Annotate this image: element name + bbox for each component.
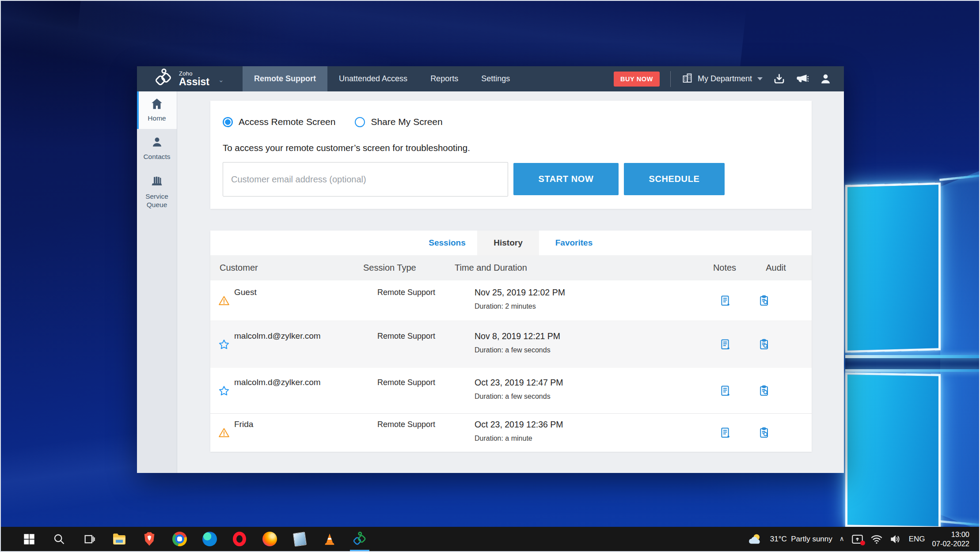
sidebar-item-contacts[interactable]: Contacts [137, 134, 177, 163]
volume-icon[interactable] [890, 534, 902, 544]
language-indicator[interactable]: ENG [909, 535, 925, 544]
firefox-browser-icon[interactable] [254, 527, 285, 551]
tab-history[interactable]: History [477, 231, 539, 255]
tab-sessions[interactable]: Sessions [414, 231, 481, 255]
table-row[interactable]: malcolm.d@zylker.com Remote Support Oct … [210, 368, 812, 414]
task-view-icon[interactable] [74, 527, 104, 551]
sidebar-item-label: Contacts [143, 153, 170, 161]
wallpaper-light-ray [845, 369, 980, 372]
opera-browser-icon[interactable] [224, 527, 254, 551]
desktop: Zoho Assist ⌄ Remote Support Unattended … [0, 0, 980, 552]
start-button[interactable] [14, 527, 44, 551]
customer-name: malcolm.d@zylker.com [234, 376, 321, 389]
radio-label[interactable]: Access Remote Screen [239, 117, 335, 127]
notepad-icon[interactable] [285, 527, 315, 551]
audit-icon[interactable] [758, 295, 771, 307]
session-type: Remote Support [377, 376, 435, 389]
weather-temperature[interactable]: 31°C Partly sunny [770, 535, 832, 544]
session-time: Oct 23, 2019 12:36 PM [475, 418, 563, 431]
table-row[interactable]: malcolm.d@zylker.com Remote Support Nov … [210, 321, 812, 368]
wallpaper-light-ray [845, 355, 980, 358]
zoho-assist-taskbar-icon[interactable] [345, 527, 375, 551]
nav-tab-reports[interactable]: Reports [419, 66, 470, 91]
notes-icon[interactable] [719, 427, 731, 439]
notes-icon[interactable] [719, 338, 731, 351]
main-nav: Remote Support Unattended Access Reports… [243, 66, 521, 91]
buy-now-button[interactable]: BUY NOW [614, 72, 660, 87]
brand-chevron-down-icon[interactable]: ⌄ [218, 76, 224, 84]
session-time: Oct 23, 2019 12:47 PM [475, 376, 563, 389]
nav-tab-settings[interactable]: Settings [470, 66, 521, 91]
department-caret-icon [757, 77, 763, 80]
table-header: Customer Session Type Time and Duration … [210, 255, 812, 280]
search-icon[interactable] [44, 527, 74, 551]
audit-icon[interactable] [758, 427, 771, 439]
tab-favorites[interactable]: Favorites [541, 231, 607, 255]
schedule-button[interactable]: SCHEDULE [624, 163, 725, 195]
column-header-session-type: Session Type [363, 255, 416, 280]
session-type: Remote Support [377, 286, 435, 299]
customer-name: malcolm.d@zylker.com [234, 330, 321, 342]
edge-browser-icon[interactable] [194, 527, 224, 551]
favorite-star-icon [218, 339, 230, 350]
radio-label[interactable]: Share My Screen [371, 117, 442, 127]
nav-tab-unattended-access[interactable]: Unattended Access [327, 66, 419, 91]
clock-time: 13:00 [932, 530, 969, 539]
column-header-audit: Audit [758, 255, 794, 280]
file-explorer-icon[interactable] [104, 527, 134, 551]
radio-share-my-screen[interactable] [355, 117, 365, 127]
service-queue-icon [150, 175, 163, 189]
sessions-tabs: Sessions History Favorites [210, 231, 812, 255]
vlc-player-icon[interactable] [315, 527, 345, 551]
notes-icon[interactable] [719, 385, 731, 397]
notification-dot [860, 541, 865, 545]
session-duration: Duration: a minute [475, 433, 532, 444]
sessions-panel: Sessions History Favorites Customer Sess… [210, 231, 812, 452]
table-row[interactable]: Guest Remote Support Nov 25, 2019 12:02 … [210, 280, 812, 321]
department-building-icon [681, 72, 693, 86]
download-icon[interactable] [773, 73, 785, 85]
weather-icon[interactable] [748, 533, 763, 546]
sidebar-item-home[interactable]: Home [137, 91, 177, 129]
windows-logo-pane [845, 182, 941, 353]
customer-email-input[interactable] [223, 162, 508, 197]
app-navbar: Zoho Assist ⌄ Remote Support Unattended … [137, 66, 844, 91]
taskbar-clock[interactable]: 13:00 07-02-2022 [932, 530, 969, 548]
wifi-icon[interactable] [870, 534, 883, 544]
navbar-divider [670, 71, 671, 87]
start-now-button[interactable]: START NOW [513, 163, 619, 195]
nav-tab-remote-support[interactable]: Remote Support [243, 66, 327, 91]
audit-icon[interactable] [758, 338, 771, 351]
column-header-notes: Notes [707, 255, 742, 280]
screen-mode-radios: Access Remote Screen Share My Screen [223, 117, 443, 127]
session-duration: Duration: a few seconds [475, 345, 551, 355]
wallpaper-light-beam [940, 170, 980, 531]
chrome-browser-icon[interactable] [164, 527, 194, 551]
tray-expand-chevron-icon[interactable]: ∧ [839, 535, 844, 543]
remote-access-description: To access your remote customer’s screen … [223, 143, 470, 153]
sidebar-item-service-queue[interactable]: Service Queue [137, 173, 177, 210]
column-header-customer: Customer [220, 255, 258, 280]
session-type: Remote Support [377, 418, 435, 431]
column-header-time-duration: Time and Duration [455, 255, 527, 280]
announcements-megaphone-icon[interactable] [796, 73, 809, 85]
brand-assist: Assist [179, 76, 209, 87]
department-selector[interactable]: My Department [681, 72, 763, 86]
audit-icon[interactable] [758, 385, 771, 397]
session-type: Remote Support [377, 330, 435, 342]
clock-date: 07-02-2022 [932, 539, 969, 548]
zoho-assist-window: Zoho Assist ⌄ Remote Support Unattended … [137, 66, 844, 473]
session-time: Nov 25, 2019 12:02 PM [475, 286, 565, 299]
sidebar: Home Contacts [137, 91, 177, 473]
notes-icon[interactable] [719, 295, 731, 307]
radio-access-remote-screen[interactable] [223, 117, 233, 127]
zoho-assist-brand[interactable]: Zoho Assist ⌄ [137, 66, 243, 91]
home-icon [151, 98, 163, 111]
screen-share-tray-icon[interactable] [851, 534, 863, 544]
session-duration: Duration: a few seconds [475, 391, 551, 402]
wallpaper-dark-band [845, 358, 980, 369]
table-row[interactable]: Frida Remote Support Oct 23, 2019 12:36 … [210, 414, 812, 452]
user-profile-icon[interactable] [820, 73, 832, 85]
brave-browser-icon[interactable] [134, 527, 164, 551]
warning-icon [218, 427, 230, 439]
